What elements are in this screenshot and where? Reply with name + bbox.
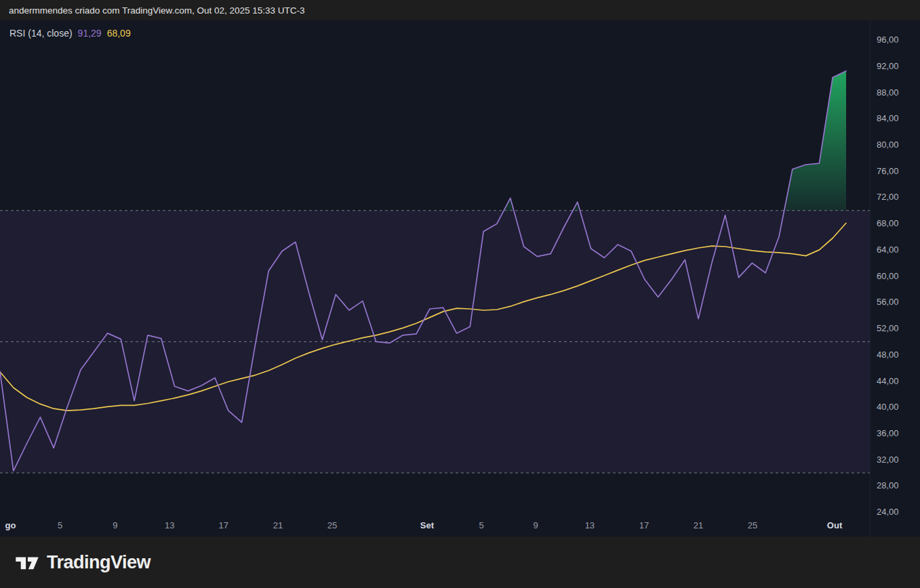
y-axis-label-92: 92,00: [877, 62, 899, 71]
rsi-plot[interactable]: [0, 20, 870, 516]
tradingview-logo-icon: [15, 553, 39, 571]
x-axis-label-0-go: go: [5, 520, 16, 530]
y-axis-label-56: 56,00: [877, 297, 899, 307]
x-axis-label-12-21: 21: [694, 520, 703, 530]
y-axis-label-28: 28,00: [877, 481, 899, 490]
x-axis-label-1-5: 5: [58, 520, 62, 530]
x-axis-label-11-17: 17: [639, 520, 649, 530]
x-axis-label-14-out: Out: [827, 520, 842, 530]
y-axis-label-72: 72,00: [877, 192, 899, 202]
y-axis-label-44: 44,00: [877, 377, 899, 386]
footer-bar: TradingView: [0, 537, 920, 588]
y-axis-label-96: 96,00: [877, 35, 899, 45]
x-axis-label-10-13: 13: [585, 520, 595, 530]
rsi-chart-pane[interactable]: RSI (14, close) 91,29 68,09 96,0092,0088…: [0, 20, 920, 537]
y-axis-label-52: 52,00: [877, 324, 899, 333]
tradingview-wordmark: TradingView: [47, 552, 151, 573]
time-axis[interactable]: go5913172125Set5913172125Out: [0, 516, 870, 537]
x-axis-label-9-9: 9: [533, 520, 538, 530]
y-axis-label-84: 84,00: [877, 114, 899, 123]
x-axis-label-6-25: 25: [327, 520, 337, 530]
y-axis-label-68: 68,00: [877, 219, 899, 228]
indicator-legend[interactable]: RSI (14, close) 91,29 68,09: [9, 28, 131, 39]
x-axis-label-3-13: 13: [165, 520, 174, 530]
x-axis-label-5-21: 21: [273, 520, 283, 530]
attribution-text: andermmendes criado com TradingView.com,…: [9, 5, 304, 16]
x-axis-label-4-17: 17: [218, 520, 228, 530]
x-axis-label-13-25: 25: [748, 520, 757, 530]
attribution-bar: andermmendes criado com TradingView.com,…: [0, 0, 920, 20]
y-axis-label-80: 80,00: [877, 140, 899, 150]
y-axis-label-88: 88,00: [877, 88, 899, 98]
overbought-gradient-fill: [504, 71, 846, 211]
ma-value: 68,09: [107, 28, 131, 39]
y-axis-label-48: 48,00: [877, 350, 899, 360]
y-axis-label-40: 40,00: [877, 402, 899, 412]
y-axis-label-36: 36,00: [877, 429, 899, 438]
y-axis-label-60: 60,00: [877, 272, 899, 281]
y-axis-label-64: 64,00: [877, 245, 899, 255]
y-axis-label-76: 76,00: [877, 167, 899, 176]
x-axis-label-7-set: Set: [420, 520, 434, 530]
x-axis-label-2-9: 9: [113, 520, 117, 530]
rsi-value: 91,29: [78, 28, 102, 39]
indicator-title: RSI (14, close): [9, 28, 73, 39]
price-axis[interactable]: 96,0092,0088,0084,0080,0076,0072,0068,00…: [870, 20, 920, 537]
x-axis-label-8-5: 5: [479, 520, 483, 530]
y-axis-label-24: 24,00: [877, 507, 899, 517]
tradingview-brand[interactable]: TradingView: [15, 552, 151, 573]
y-axis-label-32: 32,00: [877, 455, 899, 465]
